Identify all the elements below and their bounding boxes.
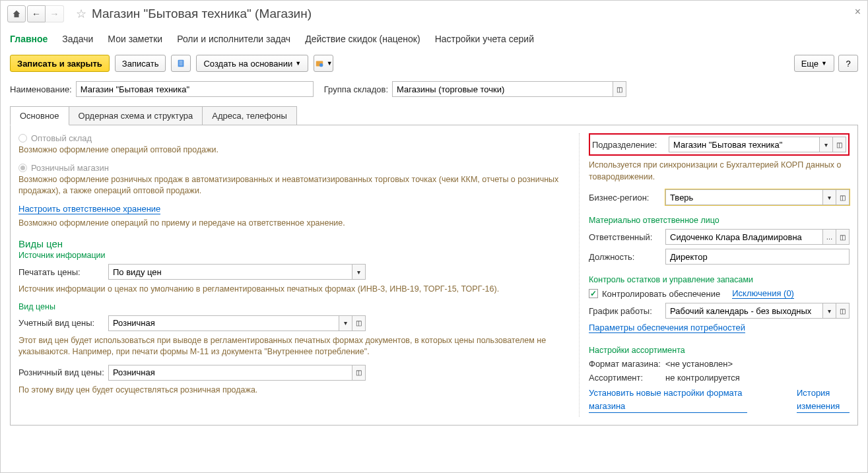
link-storage[interactable]: Настроить ответственное хранение [18, 204, 160, 214]
print-prices-input[interactable] [108, 264, 352, 280]
document-icon [176, 59, 185, 68]
arrow-right-icon: → [50, 9, 59, 19]
help-button[interactable]: ? [838, 55, 858, 72]
info-source-heading: Источник информации [18, 251, 566, 260]
back-button[interactable]: ← [27, 5, 46, 22]
pos-label: Должность: [589, 252, 661, 262]
name-label: Наименование: [10, 84, 72, 94]
print-desc: Источник информации о ценах по умолчанию… [18, 284, 566, 296]
tab-notes[interactable]: Мои заметки [108, 30, 162, 48]
close-icon[interactable]: × [855, 6, 861, 18]
open-icon[interactable]: ◫ [836, 189, 850, 205]
report-button[interactable] [171, 55, 191, 72]
open-icon[interactable]: ◫ [836, 229, 850, 245]
subtab-order[interactable]: Ордерная схема и структура [69, 106, 203, 125]
acc-price-input[interactable] [108, 315, 339, 331]
home-icon [12, 9, 21, 18]
subtab-main[interactable]: Основное [10, 106, 69, 125]
tab-main[interactable]: Главное [10, 30, 48, 48]
save-close-button[interactable]: Записать и закрыть [10, 55, 110, 72]
ellipsis-icon[interactable]: … [823, 229, 836, 245]
radio-retail[interactable] [18, 164, 27, 172]
chevron-down-icon[interactable]: ▾ [820, 137, 833, 152]
save-button[interactable]: Записать [115, 55, 166, 72]
retail-desc: Возможно оформление розничных продаж в а… [18, 174, 566, 197]
region-label: Бизнес-регион: [589, 193, 661, 203]
chevron-down-icon: ▼ [295, 60, 301, 67]
radio-wholesale[interactable] [18, 134, 27, 142]
package-icon [315, 59, 324, 68]
params-link[interactable]: Параметры обеспечения потребностей [589, 323, 745, 333]
resp-label: Ответственный: [589, 232, 661, 242]
group-label: Группа складов: [324, 84, 388, 94]
open-icon[interactable]: ◫ [352, 315, 366, 331]
retail-price-desc: По этому виду цен будет осуществляться р… [18, 385, 566, 396]
dept-input[interactable] [669, 137, 820, 152]
prices-heading: Виды цен [18, 238, 566, 249]
open-icon[interactable]: ◫ [352, 365, 366, 381]
open-icon[interactable]: ◫ [836, 303, 850, 319]
subtab-address[interactable]: Адреса, телефоны [202, 106, 297, 125]
chevron-down-icon[interactable]: ▾ [823, 303, 836, 319]
svg-point-5 [319, 63, 323, 67]
radio-wholesale-label: Оптовый склад [31, 133, 92, 143]
pos-input[interactable] [665, 249, 850, 265]
svg-rect-2 [180, 63, 183, 63]
favorite-star-icon[interactable]: ☆ [76, 7, 86, 21]
format-value: <не установлен> [665, 359, 733, 369]
home-button[interactable] [7, 5, 26, 22]
acc-price-label: Учетный вид цены: [18, 318, 104, 328]
print-prices-label: Печатать цены: [18, 267, 104, 277]
more-button[interactable]: Еще▼ [794, 55, 834, 72]
price-type-heading: Вид цены [18, 302, 566, 311]
retail-price-input[interactable] [108, 365, 352, 381]
storage-desc: Возможно оформление операций по приему и… [18, 218, 566, 230]
svg-rect-3 [180, 65, 183, 65]
window-title: Магазин "Бытовая техника" (Магазин) [92, 7, 312, 21]
control-checkbox[interactable] [589, 289, 598, 298]
svg-rect-1 [180, 61, 183, 62]
retail-price-label: Розничный вид цены: [18, 367, 104, 377]
chevron-down-icon: ▼ [327, 60, 333, 67]
create-based-button[interactable]: Создать на основании▼ [196, 55, 308, 72]
resp-input[interactable] [665, 229, 823, 245]
dept-desc: Используется при синхронизации с Бухгалт… [589, 160, 850, 183]
history-link[interactable]: История изменения [797, 387, 850, 413]
arrow-left-icon: ← [32, 9, 41, 19]
wholesale-desc: Возможно оформление операций оптовой про… [18, 144, 566, 156]
responsible-heading: Материально ответственное лицо [589, 216, 850, 225]
attach-button[interactable]: ▼ [314, 55, 333, 72]
forward-button[interactable]: → [46, 5, 64, 22]
group-input[interactable] [392, 81, 613, 97]
format-label: Формат магазина: [589, 359, 661, 369]
dept-label: Подразделение: [592, 140, 665, 150]
new-format-link[interactable]: Установить новые настройки формата магаз… [589, 387, 747, 413]
chevron-down-icon[interactable]: ▾ [823, 189, 836, 205]
open-icon[interactable]: ◫ [613, 81, 626, 97]
assort-label: Ассортимент: [589, 373, 661, 383]
acc-desc: Этот вид цен будет использоваться при вы… [18, 335, 566, 358]
stock-heading: Контроль остатков и управление запасами [589, 275, 850, 284]
tab-series[interactable]: Настройки учета серий [435, 30, 534, 48]
assort-heading: Настройки ассортимента [589, 346, 850, 355]
assort-value: не контролируется [665, 373, 740, 383]
tab-roles[interactable]: Роли и исполнители задач [177, 30, 290, 48]
chevron-down-icon: ▼ [821, 60, 827, 67]
radio-retail-label: Розничный магазин [31, 163, 109, 173]
tab-discounts[interactable]: Действие скидок (наценок) [305, 30, 420, 48]
chevron-down-icon[interactable]: ▾ [352, 264, 366, 280]
chevron-down-icon[interactable]: ▾ [339, 315, 352, 331]
sched-input[interactable] [665, 303, 823, 319]
region-input[interactable] [665, 189, 823, 205]
control-label: Контролировать обеспечение [602, 289, 720, 299]
exceptions-link[interactable]: Исключения (0) [732, 288, 794, 299]
sched-label: График работы: [589, 306, 661, 316]
name-input[interactable] [76, 81, 314, 97]
open-icon[interactable]: ◫ [833, 137, 846, 152]
tab-tasks[interactable]: Задачи [62, 30, 93, 48]
